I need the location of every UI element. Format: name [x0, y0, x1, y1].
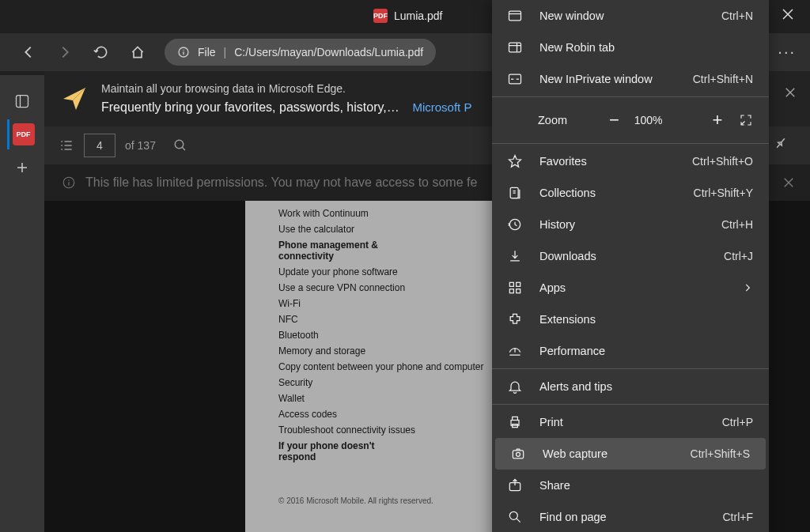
menu-item-label: Apps	[539, 281, 566, 294]
toc-label: Work with Continuum	[278, 208, 369, 219]
window-icon	[506, 7, 524, 25]
menu-item-extensions[interactable]: Extensions	[492, 304, 769, 335]
menu-item-collections[interactable]: CollectionsCtrl+Shift+Y	[492, 177, 769, 209]
extensions-icon	[506, 311, 524, 328]
bell-icon	[506, 378, 524, 395]
svg-point-3	[175, 140, 184, 149]
toc-label: Memory and storage	[278, 345, 365, 357]
svg-rect-2	[17, 96, 28, 108]
menu-item-label: New window	[539, 9, 604, 22]
toc-label: Copy content between your phone and comp…	[278, 361, 484, 372]
back-button[interactable]	[13, 36, 44, 68]
capture-icon	[509, 445, 527, 462]
menu-item-new-robin-tab[interactable]: New Robin tab	[492, 32, 769, 63]
zoom-in-button[interactable]: +	[706, 110, 729, 130]
menu-item-apps[interactable]: Apps	[492, 272, 769, 304]
svg-rect-11	[509, 282, 513, 286]
menu-item-label: Share	[539, 479, 570, 492]
toc-label: Use the calculator	[278, 224, 354, 235]
warning-close-button[interactable]	[783, 177, 794, 188]
toc-label: Phone management & connectivity	[278, 240, 389, 262]
menu-item-label: Extensions	[539, 313, 596, 326]
page-count: of 137	[125, 139, 156, 152]
close-window-button[interactable]	[782, 8, 794, 21]
menu-item-share[interactable]: Share	[492, 470, 769, 501]
chevron-right-icon	[742, 282, 753, 293]
menu-item-history[interactable]: HistoryCtrl+H	[492, 209, 769, 240]
svg-rect-7	[509, 43, 521, 52]
menu-item-label: New Robin tab	[539, 41, 615, 54]
banner-line2: Frequently bring your favorites, passwor…	[101, 100, 399, 114]
menu-item-shortcut: Ctrl+Shift+S	[691, 447, 750, 460]
more-button[interactable]: ···	[778, 43, 796, 61]
robin-icon	[506, 39, 524, 56]
toc-label: NFC	[278, 314, 298, 325]
toc-icon[interactable]	[59, 138, 74, 153]
menu-item-shortcut: Ctrl+Shift+Y	[694, 187, 753, 199]
menu-item-label: Performance	[539, 345, 605, 357]
toc-label: Update your phone software	[278, 266, 398, 277]
menu-item-shortcut: Ctrl+P	[722, 416, 753, 428]
info-icon	[177, 46, 190, 58]
toc-label: If your phone doesn't respond	[278, 440, 389, 462]
collections-icon	[506, 184, 524, 202]
menu-item-print[interactable]: PrintCtrl+P	[492, 406, 769, 438]
performance-icon	[506, 342, 524, 360]
apps-icon	[506, 279, 524, 296]
banner-link[interactable]: Microsoft P	[412, 100, 471, 114]
toc-label: Bluetooth	[278, 330, 319, 341]
vtabs-toggle[interactable]	[7, 86, 37, 116]
menu-item-new-inprivate-window[interactable]: New InPrivate windowCtrl+Shift+N	[492, 63, 769, 95]
svg-rect-14	[517, 289, 520, 293]
menu-item-shortcut: Ctrl+Shift+N	[693, 73, 753, 85]
download-icon	[506, 247, 524, 265]
menu-separator	[492, 143, 769, 144]
menu-item-downloads[interactable]: DownloadsCtrl+J	[492, 240, 769, 272]
toc-label: Wi-Fi	[278, 298, 301, 309]
reload-button[interactable]	[85, 36, 117, 68]
home-button[interactable]	[122, 36, 153, 68]
zoom-row: Zoom−100%+	[492, 99, 769, 141]
fullscreen-button[interactable]	[739, 113, 753, 127]
menu-item-shortcut: Ctrl+H	[721, 218, 753, 231]
forward-button[interactable]	[49, 36, 81, 68]
svg-point-1	[183, 50, 184, 51]
menu-item-shortcut: Ctrl+J	[724, 250, 753, 262]
page-number-input[interactable]	[84, 134, 115, 157]
menu-item-web-capture[interactable]: Web captureCtrl+Shift+S	[495, 438, 766, 470]
inprivate-icon	[506, 70, 524, 88]
menu-item-label: Favorites	[539, 155, 587, 168]
menu-item-label: Find on page	[539, 511, 607, 523]
toc-label: Troubleshoot connectivity issues	[278, 424, 415, 436]
address-bar[interactable]: File | C:/Users/mayan/Downloads/Lumia.pd…	[165, 39, 436, 66]
menu-separator	[492, 404, 769, 405]
toc-label: Access codes	[278, 409, 337, 420]
svg-rect-13	[509, 289, 513, 293]
svg-point-17	[517, 452, 520, 456]
menu-item-shortcut: Ctrl+N	[721, 9, 753, 22]
vtabs-pdf-tab[interactable]: PDF	[7, 119, 37, 149]
menu-item-shortcut: Ctrl+Shift+O	[692, 155, 753, 168]
menu-item-new-window[interactable]: New windowCtrl+N	[492, 0, 769, 32]
pdf-icon: PDF	[13, 123, 35, 145]
address-divider: |	[224, 46, 227, 58]
menu-separator	[492, 96, 769, 97]
menu-item-label: Downloads	[539, 250, 596, 262]
menu-item-favorites[interactable]: FavoritesCtrl+Shift+O	[492, 145, 769, 177]
print-icon	[506, 413, 524, 431]
menu-item-performance[interactable]: Performance	[492, 335, 769, 367]
menu-item-label: Print	[539, 416, 563, 428]
menu-item-find-on-page[interactable]: Find on pageCtrl+F	[492, 501, 769, 532]
menu-item-label: Collections	[539, 187, 596, 199]
svg-rect-6	[509, 11, 521, 21]
search-icon[interactable]	[173, 138, 187, 153]
new-tab-button[interactable]	[7, 153, 37, 183]
tab-title[interactable]: Lumia.pdf	[394, 9, 442, 22]
zoom-level: 100%	[626, 114, 671, 126]
banner-line1: Maintain all your browsing data in Micro…	[101, 80, 471, 97]
settings-menu: New windowCtrl+NNew Robin tabNew InPriva…	[492, 0, 769, 532]
menu-item-alerts-and-tips[interactable]: Alerts and tips	[492, 371, 769, 402]
zoom-out-button[interactable]: −	[603, 110, 626, 130]
pdf-tab-icon: PDF	[373, 9, 388, 23]
banner-close-button[interactable]	[785, 87, 796, 98]
